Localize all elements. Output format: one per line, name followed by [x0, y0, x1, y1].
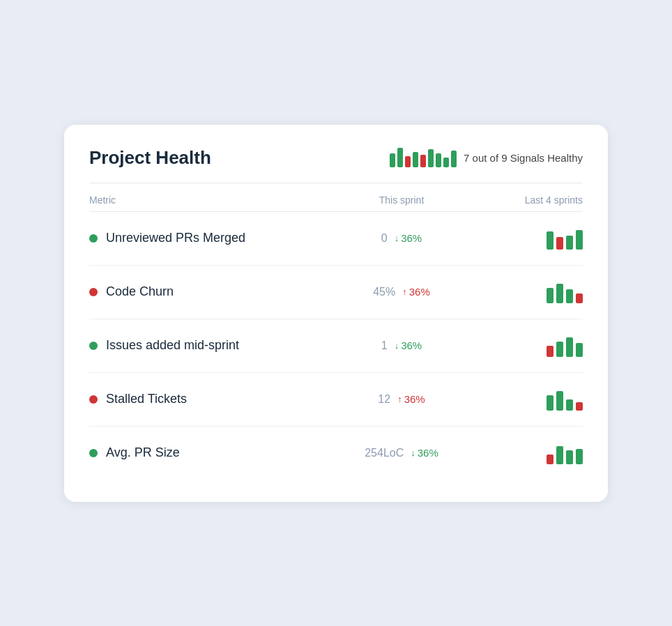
signal-bar — [405, 156, 411, 167]
signal-bar — [397, 148, 403, 167]
metric-label: Issues added mid-sprint — [106, 338, 239, 353]
chart-bar — [556, 284, 563, 303]
sprint-value-cell: 12↑36% — [332, 393, 471, 406]
arrow-down-icon: ↓ — [395, 340, 399, 351]
metric-name-cell: Avg. PR Size — [89, 445, 332, 460]
metric-name-cell: Issues added mid-sprint — [89, 338, 332, 353]
table-header: Metric This sprint Last 4 sprints — [89, 183, 583, 212]
change-percentage: 36% — [404, 393, 425, 405]
change-percentage: 36% — [401, 339, 422, 351]
chart-bar — [547, 455, 553, 464]
table-row: Code Churn45%↑36% — [89, 266, 583, 319]
signal-bar — [451, 151, 457, 167]
chart-bar — [547, 346, 553, 357]
table-row: Unreviewed PRs Merged0↓36% — [89, 212, 583, 266]
metric-name-cell: Unreviewed PRs Merged — [89, 231, 332, 245]
status-dot — [89, 449, 98, 457]
change-percentage: 36% — [409, 286, 430, 298]
metric-label: Avg. PR Size — [106, 445, 180, 460]
metric-change: ↑36% — [402, 286, 430, 298]
chart-bar — [566, 450, 573, 464]
chart-bar — [547, 395, 553, 411]
change-percentage: 36% — [418, 447, 438, 459]
sprint-value-cell: 45%↑36% — [332, 286, 471, 298]
status-dot — [89, 342, 98, 350]
signal-bar — [413, 152, 418, 167]
signal-bar — [420, 155, 426, 167]
table-row: Avg. PR Size254LoC↓36% — [89, 427, 583, 480]
metric-change: ↓36% — [395, 232, 422, 244]
card-header: Project Health 7 out of 9 Signals Health… — [89, 147, 583, 183]
chart-bar — [576, 230, 583, 250]
metric-value: 1 — [381, 339, 388, 352]
signal-bar — [390, 153, 395, 167]
sparkbar-chart — [471, 442, 583, 464]
metric-change: ↑36% — [397, 393, 425, 405]
metric-change: ↓36% — [411, 447, 438, 459]
metric-change: ↓36% — [395, 339, 422, 351]
signal-bars — [390, 148, 457, 167]
metric-label: Unreviewed PRs Merged — [106, 231, 245, 245]
chart-bar — [566, 289, 573, 303]
chart-bar — [556, 446, 563, 464]
chart-bar — [576, 402, 583, 411]
metric-value: 45% — [373, 286, 395, 298]
chart-bar — [566, 399, 573, 411]
status-dot — [89, 288, 98, 296]
metric-name-cell: Code Churn — [89, 284, 332, 299]
signals-area: 7 out of 9 Signals Healthy — [390, 148, 583, 167]
card-title: Project Health — [89, 147, 211, 169]
metrics-table: Unreviewed PRs Merged0↓36%Code Churn45%↑… — [89, 212, 583, 480]
col-last-4: Last 4 sprints — [471, 194, 583, 206]
sparkbar-chart — [471, 227, 583, 250]
col-metric: Metric — [89, 194, 332, 206]
signals-text: 7 out of 9 Signals Healthy — [464, 152, 583, 164]
metric-label: Stalled Tickets — [106, 392, 187, 406]
status-dot — [89, 234, 98, 243]
arrow-up-icon: ↑ — [402, 287, 407, 297]
change-percentage: 36% — [401, 232, 422, 244]
chart-bar — [547, 288, 553, 303]
sprint-value-cell: 254LoC↓36% — [332, 447, 471, 459]
project-health-card: Project Health 7 out of 9 Signals Health… — [64, 125, 608, 502]
metric-name-cell: Stalled Tickets — [89, 392, 332, 406]
status-dot — [89, 395, 98, 404]
arrow-down-icon: ↓ — [411, 448, 415, 458]
metric-value: 12 — [378, 393, 390, 406]
metric-value: 254LoC — [365, 447, 404, 459]
chart-bar — [576, 343, 583, 357]
metric-value: 0 — [381, 232, 388, 245]
arrow-down-icon: ↓ — [395, 233, 399, 243]
chart-bar — [566, 337, 573, 357]
sparkbar-chart — [471, 335, 583, 357]
chart-bar — [576, 293, 583, 303]
chart-bar — [576, 449, 583, 464]
chart-bar — [556, 237, 563, 250]
sprint-value-cell: 1↓36% — [332, 339, 471, 352]
table-row: Issues added mid-sprint1↓36% — [89, 319, 583, 373]
chart-bar — [556, 391, 563, 411]
sprint-value-cell: 0↓36% — [332, 232, 471, 245]
sparkbar-chart — [471, 281, 583, 303]
table-row: Stalled Tickets12↑36% — [89, 373, 583, 427]
arrow-up-icon: ↑ — [397, 394, 402, 404]
metric-label: Code Churn — [106, 284, 174, 299]
signal-bar — [436, 153, 441, 167]
signal-bar — [443, 158, 449, 167]
chart-bar — [547, 231, 553, 250]
signal-bar — [428, 149, 434, 167]
chart-bar — [566, 236, 573, 250]
col-this-sprint: This sprint — [332, 194, 471, 206]
chart-bar — [556, 342, 563, 357]
sparkbar-chart — [471, 388, 583, 411]
